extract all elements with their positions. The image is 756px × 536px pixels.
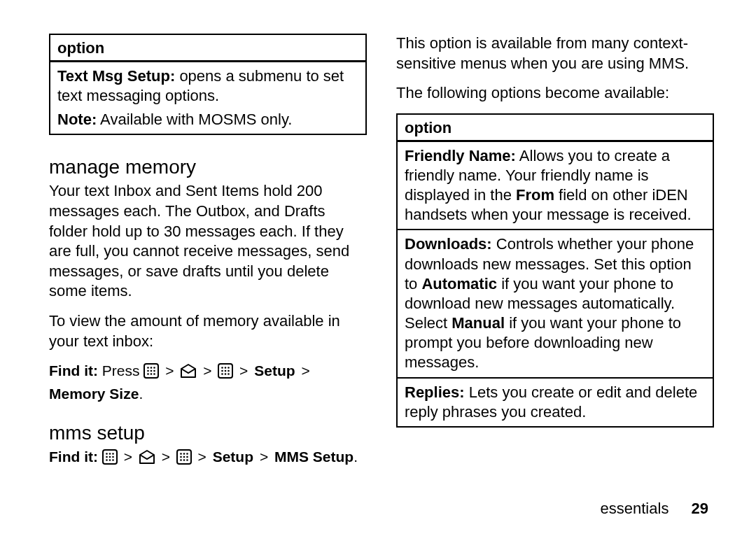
svg-point-3 [154,367,156,369]
replies-label: Replies: [405,383,465,401]
findit-label: Find it: [49,449,98,465]
findit-label: Find it: [49,362,98,379]
gt: > [163,362,176,379]
svg-point-8 [150,373,153,375]
option-row-friendly-name: Friendly Name: Allows you to create a fr… [398,142,713,231]
svg-point-31 [180,453,182,455]
option-header-left: option [50,35,365,62]
footer-label: essentials [601,500,669,517]
svg-point-1 [148,367,150,369]
grid-icon [144,363,159,383]
from-label: From [516,186,554,204]
option-box-left: option Text Msg Setup: opens a submenu t… [49,34,367,135]
findit-memory: Find it: Press > > > Setup > Memory Size… [49,361,367,404]
note-text: Available with MOSMS only. [97,111,292,128]
friendly-name-label: Friendly Name: [405,147,516,164]
text-msg-setup-label: Text Msg Setup: [57,67,175,85]
option-row-downloads: Downloads: Controls whether your phone d… [398,230,713,378]
period: . [139,386,143,402]
svg-point-21 [106,453,108,455]
downloads-label: Downloads: [405,235,492,253]
page-footer: essentials 29 [601,500,708,518]
path-setup: Setup [213,449,253,465]
right-intro-p2: The following options become available: [396,83,714,104]
footer-page-number: 29 [692,500,708,517]
right-intro-p1: This option is available from many conte… [396,34,714,73]
gt: > [196,449,209,465]
gt: > [201,362,214,379]
automatic-label: Automatic [421,275,497,292]
manual-label: Manual [451,314,505,332]
svg-point-2 [150,367,153,369]
svg-point-25 [109,456,111,458]
svg-point-13 [227,367,230,369]
path-mmssetup: MMS Setup [274,449,354,465]
svg-point-35 [183,456,185,458]
svg-point-32 [183,453,185,455]
path-memsize: Memory Size [49,386,139,402]
gt: > [299,362,312,379]
svg-point-28 [109,459,111,461]
svg-point-34 [180,456,182,458]
envelope-icon [180,363,197,383]
svg-point-15 [225,370,227,372]
path-setup: Setup [254,362,295,379]
svg-point-7 [148,373,150,375]
text-msg-setup-desc: Text Msg Setup: opens a submenu to set t… [57,66,358,106]
gt: > [258,449,270,465]
envelope-icon [139,449,155,470]
svg-point-24 [106,456,108,458]
period: . [354,449,358,465]
option-box-right: option Friendly Name: Allows you to crea… [396,113,714,428]
svg-point-14 [221,370,223,372]
gt: > [237,362,250,379]
svg-point-9 [154,373,156,375]
option-header-right: option [398,115,713,142]
gt: > [122,449,134,465]
findit-mms: Find it: > > > Setup > MMS Setup. [49,447,367,470]
svg-point-5 [150,370,153,372]
svg-point-37 [180,459,182,461]
left-column: option Text Msg Setup: opens a submenu t… [49,34,367,515]
svg-point-22 [109,453,111,455]
svg-point-4 [148,370,150,372]
svg-point-23 [112,453,114,455]
svg-point-19 [227,373,230,375]
note-label: Note: [57,111,97,128]
svg-point-12 [225,367,227,369]
svg-point-16 [227,370,230,372]
svg-point-18 [225,373,227,375]
svg-point-39 [186,459,188,461]
gt: > [160,449,172,465]
svg-point-29 [112,459,114,461]
svg-point-11 [221,367,223,369]
svg-point-17 [221,373,223,375]
svg-point-36 [186,456,188,458]
manual-page: option Text Msg Setup: opens a submenu t… [0,0,756,536]
svg-point-38 [183,459,185,461]
svg-point-33 [186,453,188,455]
option-row-replies: Replies: Lets you create or edit and del… [398,379,713,426]
grid-icon [176,449,192,470]
note-line: Note: Available with MOSMS only. [57,110,358,129]
manage-memory-heading: manage memory [49,156,367,178]
svg-point-6 [154,370,156,372]
manage-memory-p2: To view the amount of memory available i… [49,311,367,351]
right-column: This option is available from many conte… [396,34,714,515]
manage-memory-p1: Your text Inbox and Sent Items hold 200 … [49,181,367,302]
option-body-left: Text Msg Setup: opens a submenu to set t… [50,62,365,134]
grid-icon [102,449,118,470]
svg-point-26 [112,456,114,458]
grid-icon [218,363,233,383]
svg-point-27 [106,459,108,461]
mms-setup-heading: mms setup [49,422,367,444]
findit-press: Press [98,362,144,379]
